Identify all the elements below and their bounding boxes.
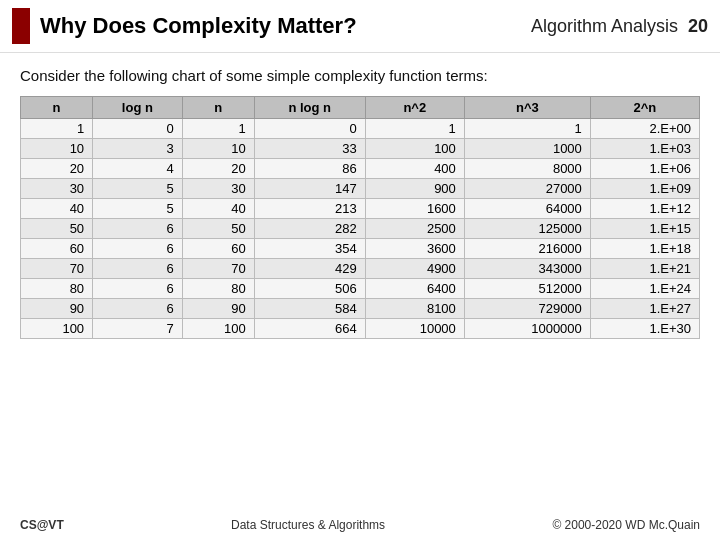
table-cell: 7 [93,319,183,339]
table-cell: 100 [21,319,93,339]
table-cell: 0 [254,119,365,139]
table-cell: 3 [93,139,183,159]
table-cell: 4900 [365,259,464,279]
table-cell: 1 [464,119,590,139]
table-cell: 1.E+18 [590,239,699,259]
footer: CS@VT Data Structures & Algorithms © 200… [0,518,720,532]
column-header: n^2 [365,97,464,119]
table-cell: 147 [254,179,365,199]
footer-institution: CS@VT [20,518,64,532]
table-cell: 354 [254,239,365,259]
table-cell: 5 [93,199,183,219]
table-cell: 8100 [365,299,464,319]
table-cell: 10 [21,139,93,159]
table-cell: 1 [182,119,254,139]
table-row: 204208640080001.E+06 [21,159,700,179]
table-cell: 1.E+30 [590,319,699,339]
table-cell: 64000 [464,199,590,219]
table-cell: 429 [254,259,365,279]
table-cell: 6 [93,259,183,279]
table-cell: 6 [93,239,183,259]
column-header: 2^n [590,97,699,119]
table-cell: 729000 [464,299,590,319]
table-cell: 30 [182,179,254,199]
table-cell: 1 [365,119,464,139]
table-row: 9069058481007290001.E+27 [21,299,700,319]
footer-copyright: © 2000-2020 WD Mc.Quain [552,518,700,532]
table-row: 30530147900270001.E+09 [21,179,700,199]
table-cell: 60 [21,239,93,259]
table-cell: 6 [93,219,183,239]
table-cell: 400 [365,159,464,179]
table-cell: 70 [21,259,93,279]
column-header: n [182,97,254,119]
table-cell: 20 [21,159,93,179]
table-row: 1010112.E+00 [21,119,700,139]
table-cell: 1.E+09 [590,179,699,199]
table-cell: 512000 [464,279,590,299]
complexity-table: nlog nnn log nn^2n^32^n 1010112.E+001031… [20,96,700,339]
complexity-table-container: nlog nnn log nn^2n^32^n 1010112.E+001031… [0,96,720,339]
table-cell: 86 [254,159,365,179]
table-cell: 80 [21,279,93,299]
table-row: 5065028225001250001.E+15 [21,219,700,239]
table-cell: 6 [93,299,183,319]
table-cell: 80 [182,279,254,299]
column-header: n [21,97,93,119]
red-accent-bar [12,8,30,44]
table-cell: 40 [21,199,93,219]
table-cell: 10 [182,139,254,159]
table-cell: 1.E+21 [590,259,699,279]
table-cell: 90 [21,299,93,319]
table-cell: 60 [182,239,254,259]
table-row: 103103310010001.E+03 [21,139,700,159]
table-cell: 2.E+00 [590,119,699,139]
page-title: Why Does Complexity Matter? [40,13,531,39]
table-cell: 90 [182,299,254,319]
column-header: n log n [254,97,365,119]
table-cell: 343000 [464,259,590,279]
table-cell: 100 [182,319,254,339]
table-cell: 5 [93,179,183,199]
column-header: log n [93,97,183,119]
table-cell: 30 [21,179,93,199]
table-cell: 584 [254,299,365,319]
footer-course: Data Structures & Algorithms [231,518,385,532]
table-cell: 8000 [464,159,590,179]
table-cell: 3600 [365,239,464,259]
table-row: 6066035436002160001.E+18 [21,239,700,259]
table-cell: 216000 [464,239,590,259]
table-cell: 33 [254,139,365,159]
page-number: 20 [688,16,708,37]
table-cell: 664 [254,319,365,339]
table-cell: 282 [254,219,365,239]
table-cell: 2500 [365,219,464,239]
table-cell: 1600 [365,199,464,219]
table-cell: 20 [182,159,254,179]
table-row: 7067042949003430001.E+21 [21,259,700,279]
subtitle-text: Consider the following chart of some sim… [0,53,720,92]
table-row: 10071006641000010000001.E+30 [21,319,700,339]
table-cell: 27000 [464,179,590,199]
table-cell: 1.E+06 [590,159,699,179]
table-cell: 50 [21,219,93,239]
table-cell: 125000 [464,219,590,239]
table-row: 8068050664005120001.E+24 [21,279,700,299]
table-cell: 70 [182,259,254,279]
table-cell: 1.E+12 [590,199,699,219]
table-cell: 1000 [464,139,590,159]
course-label: Algorithm Analysis [531,16,678,37]
table-cell: 506 [254,279,365,299]
table-cell: 50 [182,219,254,239]
table-cell: 4 [93,159,183,179]
table-cell: 0 [93,119,183,139]
column-header: n^3 [464,97,590,119]
table-cell: 40 [182,199,254,219]
table-cell: 900 [365,179,464,199]
table-cell: 1.E+24 [590,279,699,299]
table-cell: 6 [93,279,183,299]
table-cell: 1000000 [464,319,590,339]
table-cell: 213 [254,199,365,219]
table-cell: 6400 [365,279,464,299]
table-cell: 1 [21,119,93,139]
